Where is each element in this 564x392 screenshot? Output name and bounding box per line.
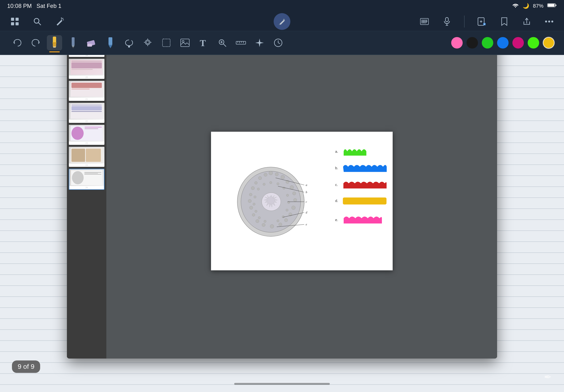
svg-point-85 — [293, 198, 297, 202]
search-tool-button[interactable] — [215, 35, 230, 50]
svg-point-97 — [277, 183, 279, 185]
undo-button[interactable] — [10, 35, 25, 50]
active-tool-center — [274, 13, 290, 30]
pdf-thumb-21-img — [69, 81, 104, 98]
svg-rect-57 — [181, 39, 189, 47]
pdf-thumb-23[interactable]: 23 — [69, 125, 104, 145]
redo-button[interactable] — [28, 35, 43, 50]
svg-point-98 — [263, 183, 265, 185]
svg-line-71 — [278, 43, 280, 44]
svg-point-109 — [277, 220, 279, 222]
highlighter-button[interactable] — [103, 35, 118, 50]
pdf-thumb-24-img — [69, 147, 104, 164]
pdf-thumb-22-num: 22 — [69, 120, 104, 123]
follicle-diagram: a b c d — [230, 160, 311, 241]
status-left: 10:08 PM Sat Feb 1 — [7, 3, 61, 9]
svg-point-51 — [146, 41, 149, 44]
moon-icon: 🌙 — [523, 3, 529, 9]
keyboard-button[interactable] — [417, 14, 432, 29]
bookmark-button[interactable] — [497, 14, 512, 29]
clock-button[interactable] — [271, 35, 286, 50]
status-time: 10:08 PM — [7, 3, 32, 9]
grid-button[interactable] — [7, 14, 22, 29]
answer-area: a. b. — [330, 132, 393, 270]
selection-button[interactable] — [159, 35, 174, 50]
answer-swatch-a — [343, 146, 369, 156]
pencil-active-button[interactable] — [47, 35, 62, 50]
pdf-thumb-22-img — [69, 103, 104, 120]
svg-point-107 — [282, 216, 284, 218]
status-date: Sat Feb 1 — [37, 3, 61, 9]
svg-point-90 — [252, 213, 255, 216]
pdf-thumb-22[interactable]: 22 — [69, 103, 104, 123]
svg-point-95 — [270, 224, 274, 228]
sparkle-button[interactable] — [252, 35, 267, 50]
status-right: 🌙 87% — [512, 3, 557, 9]
diagram-container: a b c d — [230, 160, 311, 242]
color-green[interactable] — [482, 37, 493, 49]
pdf-thumb-23-num: 23 — [69, 141, 104, 145]
svg-point-80 — [255, 182, 257, 184]
pdf-thumb-24-num: 24 — [69, 164, 104, 167]
page-indicator-text: 9 of 9 — [18, 363, 34, 370]
pdf-main: ☰ Reproductive System Lab 1 25 / 30 − 15… — [106, 35, 497, 359]
svg-point-86 — [248, 199, 251, 203]
color-yellow[interactable] — [543, 37, 554, 49]
image-button[interactable] — [177, 35, 193, 50]
battery-icon — [547, 3, 557, 9]
pdf-thumb-21-num: 21 — [69, 98, 104, 101]
svg-point-49 — [128, 46, 130, 47]
svg-rect-24 — [445, 17, 448, 22]
toolbar-right-group — [417, 14, 557, 29]
svg-point-82 — [251, 186, 255, 190]
add-page-button[interactable] — [474, 14, 489, 29]
svg-point-83 — [292, 192, 296, 195]
label-b: b — [306, 190, 307, 194]
battery-level: 87% — [533, 3, 543, 9]
svg-point-101 — [286, 194, 289, 196]
share-button[interactable] — [519, 14, 534, 29]
svg-point-34 — [545, 21, 547, 22]
label-d: d — [306, 210, 307, 214]
text-button[interactable]: T — [196, 35, 211, 50]
pdf-thumb-25[interactable]: 25 — [69, 169, 104, 190]
pdf-thumb-20[interactable]: 20 — [69, 59, 104, 79]
svg-point-106 — [255, 210, 257, 212]
color-pink[interactable] — [451, 37, 463, 49]
lasso-button[interactable] — [121, 35, 137, 50]
svg-point-102 — [254, 196, 256, 198]
svg-rect-47 — [109, 37, 112, 45]
color-lime[interactable] — [528, 37, 539, 49]
svg-rect-2 — [555, 4, 556, 6]
pdf-thumb-24[interactable]: 24 — [69, 147, 104, 167]
stamp-button[interactable] — [140, 35, 155, 50]
pdf-thumb-25-num: 25 — [69, 186, 104, 189]
magic-button[interactable] — [52, 14, 67, 29]
svg-point-94 — [262, 223, 265, 227]
answer-row-c: c. — [335, 179, 388, 190]
svg-point-110 — [264, 220, 266, 223]
pdf-page: a b c d — [211, 132, 393, 270]
mic-button[interactable] — [439, 14, 454, 29]
more-button[interactable] — [542, 14, 557, 29]
color-magenta[interactable] — [512, 37, 524, 49]
eraser-button[interactable] — [84, 35, 99, 50]
svg-marker-48 — [109, 45, 112, 48]
ruler-button[interactable] — [233, 35, 248, 50]
svg-line-15 — [279, 24, 280, 25]
svg-point-77 — [281, 175, 285, 179]
svg-point-13 — [61, 17, 62, 18]
browser-window: Chrome File Edit View History Bookmarks … — [67, 5, 497, 359]
answer-letter-a: a. — [335, 149, 340, 154]
label-c: c — [306, 200, 307, 203]
answer-row-d: d. — [335, 195, 388, 206]
color-blue[interactable] — [497, 37, 509, 49]
svg-line-9 — [39, 23, 41, 25]
pen-button[interactable] — [66, 35, 81, 50]
svg-point-78 — [258, 176, 262, 180]
answer-swatch-e — [343, 214, 384, 225]
color-black[interactable] — [467, 37, 478, 49]
search-button[interactable] — [30, 14, 45, 29]
answer-letter-b: b. — [335, 166, 340, 170]
pdf-thumb-21[interactable]: 21 — [69, 81, 104, 101]
